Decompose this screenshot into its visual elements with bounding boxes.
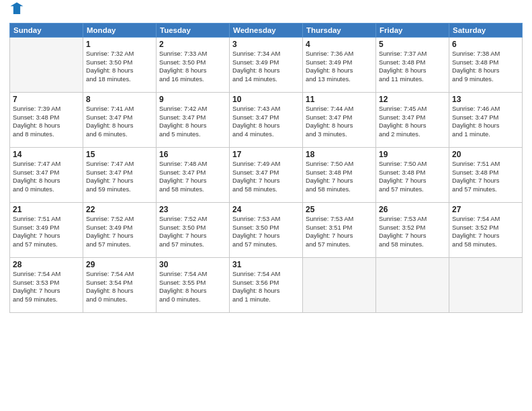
day-number: 19 [379,150,446,159]
day-info: Sunrise: 7:34 AMSunset: 3:49 PMDaylight:… [232,50,300,84]
day-info: Sunrise: 7:43 AMSunset: 3:47 PMDaylight:… [232,105,300,139]
day-number: 1 [86,40,153,49]
day-info: Sunrise: 7:45 AMSunset: 3:47 PMDaylight:… [379,105,446,139]
day-number: 2 [159,40,226,49]
day-number: 13 [452,95,519,104]
day-number: 9 [159,95,226,104]
day-info: Sunrise: 7:53 AMSunset: 3:50 PMDaylight:… [232,215,300,249]
day-info: Sunrise: 7:41 AMSunset: 3:47 PMDaylight:… [86,105,153,139]
day-cell: 1Sunrise: 7:32 AMSunset: 3:50 PMDaylight… [83,38,157,93]
col-header-saturday: Saturday [449,24,523,38]
col-header-monday: Monday [83,24,157,38]
day-cell [303,258,376,313]
day-cell: 6Sunrise: 7:38 AMSunset: 3:48 PMDaylight… [449,38,523,93]
day-info: Sunrise: 7:54 AMSunset: 3:55 PMDaylight:… [159,270,226,304]
day-info: Sunrise: 7:53 AMSunset: 3:52 PMDaylight:… [379,215,446,249]
day-cell: 7Sunrise: 7:39 AMSunset: 3:48 PMDaylight… [10,93,83,148]
col-header-tuesday: Tuesday [157,24,230,38]
day-info: Sunrise: 7:52 AMSunset: 3:49 PMDaylight:… [86,215,153,249]
day-info: Sunrise: 7:53 AMSunset: 3:51 PMDaylight:… [306,215,373,249]
day-info: Sunrise: 7:54 AMSunset: 3:54 PMDaylight:… [86,270,153,304]
day-cell: 27Sunrise: 7:54 AMSunset: 3:52 PMDayligh… [449,203,523,258]
day-number: 8 [86,95,153,104]
day-cell [10,38,83,93]
day-number: 16 [159,150,226,159]
day-cell: 10Sunrise: 7:43 AMSunset: 3:47 PMDayligh… [230,93,303,148]
day-cell [449,258,523,313]
day-info: Sunrise: 7:32 AMSunset: 3:50 PMDaylight:… [86,50,153,84]
week-row-3: 14Sunrise: 7:47 AMSunset: 3:47 PMDayligh… [10,148,523,203]
day-cell: 22Sunrise: 7:52 AMSunset: 3:49 PMDayligh… [83,203,157,258]
day-cell: 29Sunrise: 7:54 AMSunset: 3:54 PMDayligh… [83,258,157,313]
week-row-1: 1Sunrise: 7:32 AMSunset: 3:50 PMDaylight… [10,38,523,93]
day-cell: 8Sunrise: 7:41 AMSunset: 3:47 PMDaylight… [83,93,157,148]
day-cell: 18Sunrise: 7:50 AMSunset: 3:48 PMDayligh… [303,148,376,203]
day-cell: 12Sunrise: 7:45 AMSunset: 3:47 PMDayligh… [376,93,449,148]
day-cell: 16Sunrise: 7:48 AMSunset: 3:47 PMDayligh… [157,148,230,203]
day-number: 5 [379,40,446,49]
day-cell: 14Sunrise: 7:47 AMSunset: 3:47 PMDayligh… [10,148,83,203]
day-number: 14 [13,150,80,159]
day-number: 26 [379,205,446,214]
calendar-table: SundayMondayTuesdayWednesdayThursdayFrid… [9,23,523,313]
week-row-2: 7Sunrise: 7:39 AMSunset: 3:48 PMDaylight… [10,93,523,148]
day-cell: 19Sunrise: 7:50 AMSunset: 3:48 PMDayligh… [376,148,449,203]
day-info: Sunrise: 7:36 AMSunset: 3:49 PMDaylight:… [306,50,373,84]
day-cell: 30Sunrise: 7:54 AMSunset: 3:55 PMDayligh… [157,258,230,313]
day-cell: 2Sunrise: 7:33 AMSunset: 3:50 PMDaylight… [157,38,230,93]
day-cell: 9Sunrise: 7:42 AMSunset: 3:47 PMDaylight… [157,93,230,148]
day-number: 15 [86,150,153,159]
day-info: Sunrise: 7:42 AMSunset: 3:47 PMDaylight:… [159,105,226,139]
day-cell: 5Sunrise: 7:37 AMSunset: 3:48 PMDaylight… [376,38,449,93]
day-number: 25 [306,205,373,214]
col-header-wednesday: Wednesday [230,24,303,38]
svg-marker-0 [10,2,23,14]
day-number: 29 [86,260,153,269]
col-header-friday: Friday [376,24,449,38]
day-cell: 31Sunrise: 7:54 AMSunset: 3:56 PMDayligh… [230,258,303,313]
day-cell: 24Sunrise: 7:53 AMSunset: 3:50 PMDayligh… [230,203,303,258]
day-number: 7 [13,95,80,104]
day-number: 6 [452,40,519,49]
logo-icon [9,1,24,16]
day-number: 24 [232,205,300,214]
day-cell: 28Sunrise: 7:54 AMSunset: 3:53 PMDayligh… [10,258,83,313]
day-cell: 23Sunrise: 7:52 AMSunset: 3:50 PMDayligh… [157,203,230,258]
day-number: 20 [452,150,519,159]
day-info: Sunrise: 7:50 AMSunset: 3:48 PMDaylight:… [379,160,446,194]
week-row-5: 28Sunrise: 7:54 AMSunset: 3:53 PMDayligh… [10,258,523,313]
week-row-4: 21Sunrise: 7:51 AMSunset: 3:49 PMDayligh… [10,203,523,258]
day-number: 12 [379,95,446,104]
col-header-thursday: Thursday [303,24,376,38]
day-info: Sunrise: 7:38 AMSunset: 3:48 PMDaylight:… [452,50,519,84]
day-info: Sunrise: 7:54 AMSunset: 3:53 PMDaylight:… [13,270,80,304]
day-info: Sunrise: 7:37 AMSunset: 3:48 PMDaylight:… [379,50,446,84]
header [9,7,523,19]
col-header-sunday: Sunday [10,24,83,38]
day-number: 28 [13,260,80,269]
day-cell: 15Sunrise: 7:47 AMSunset: 3:47 PMDayligh… [83,148,157,203]
day-cell: 17Sunrise: 7:49 AMSunset: 3:47 PMDayligh… [230,148,303,203]
day-info: Sunrise: 7:47 AMSunset: 3:47 PMDaylight:… [13,160,80,194]
day-cell [376,258,449,313]
day-info: Sunrise: 7:54 AMSunset: 3:56 PMDaylight:… [232,270,300,304]
day-number: 27 [452,205,519,214]
day-cell: 13Sunrise: 7:46 AMSunset: 3:47 PMDayligh… [449,93,523,148]
day-number: 22 [86,205,153,214]
day-cell: 4Sunrise: 7:36 AMSunset: 3:49 PMDaylight… [303,38,376,93]
day-number: 23 [159,205,226,214]
day-cell: 26Sunrise: 7:53 AMSunset: 3:52 PMDayligh… [376,203,449,258]
day-number: 3 [232,40,300,49]
day-number: 31 [232,260,300,269]
day-cell: 3Sunrise: 7:34 AMSunset: 3:49 PMDaylight… [230,38,303,93]
logo [9,7,27,19]
day-cell: 25Sunrise: 7:53 AMSunset: 3:51 PMDayligh… [303,203,376,258]
day-number: 21 [13,205,80,214]
day-info: Sunrise: 7:46 AMSunset: 3:47 PMDaylight:… [452,105,519,139]
day-number: 18 [306,150,373,159]
day-number: 17 [232,150,300,159]
day-info: Sunrise: 7:48 AMSunset: 3:47 PMDaylight:… [159,160,226,194]
day-number: 11 [306,95,373,104]
day-info: Sunrise: 7:47 AMSunset: 3:47 PMDaylight:… [86,160,153,194]
day-info: Sunrise: 7:50 AMSunset: 3:48 PMDaylight:… [306,160,373,194]
